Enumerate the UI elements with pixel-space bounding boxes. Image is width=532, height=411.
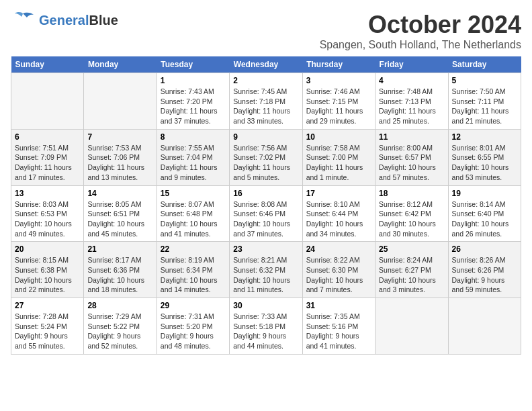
- day-number: 27: [15, 301, 80, 310]
- day-info: Sunrise: 7:45 AM Sunset: 7:18 PM Dayligh…: [233, 87, 298, 126]
- calendar-cell: 17Sunrise: 8:10 AM Sunset: 6:44 PM Dayli…: [302, 185, 375, 242]
- calendar-cell: 18Sunrise: 8:12 AM Sunset: 6:42 PM Dayli…: [375, 185, 448, 242]
- calendar-cell: 5Sunrise: 7:50 AM Sunset: 7:11 PM Daylig…: [448, 73, 521, 130]
- day-number: 30: [233, 301, 298, 310]
- day-info: Sunrise: 8:12 AM Sunset: 6:42 PM Dayligh…: [379, 199, 444, 239]
- day-info: Sunrise: 8:24 AM Sunset: 6:27 PM Dayligh…: [379, 255, 444, 295]
- calendar-cell: 27Sunrise: 7:28 AM Sunset: 5:24 PM Dayli…: [11, 298, 84, 355]
- day-info: Sunrise: 7:56 AM Sunset: 7:02 PM Dayligh…: [233, 143, 298, 183]
- day-info: Sunrise: 8:08 AM Sunset: 6:46 PM Dayligh…: [233, 199, 298, 239]
- day-info: Sunrise: 7:48 AM Sunset: 7:13 PM Dayligh…: [379, 87, 444, 126]
- day-info: Sunrise: 8:07 AM Sunset: 6:48 PM Dayligh…: [161, 199, 226, 239]
- day-number: 15: [161, 189, 226, 198]
- calendar-cell: 29Sunrise: 7:31 AM Sunset: 5:20 PM Dayli…: [157, 298, 229, 355]
- calendar-cell: 31Sunrise: 7:35 AM Sunset: 5:16 PM Dayli…: [302, 298, 375, 355]
- day-number: 13: [15, 189, 80, 198]
- day-number: 23: [233, 244, 298, 254]
- month-title: October 2024: [320, 11, 521, 39]
- day-info: Sunrise: 8:10 AM Sunset: 6:44 PM Dayligh…: [306, 199, 371, 239]
- weekday-header-monday: Monday: [84, 56, 157, 73]
- calendar-cell: 9Sunrise: 7:56 AM Sunset: 7:02 PM Daylig…: [230, 129, 302, 185]
- location-title: Spangen, South Holland, The Netherlands: [320, 39, 521, 51]
- calendar-header-row: SundayMondayTuesdayWednesdayThursdayFrid…: [11, 56, 521, 73]
- calendar-cell: [11, 73, 84, 130]
- calendar-cell: 12Sunrise: 8:01 AM Sunset: 6:55 PM Dayli…: [448, 129, 521, 185]
- calendar-cell: 30Sunrise: 7:33 AM Sunset: 5:18 PM Dayli…: [230, 298, 302, 355]
- day-info: Sunrise: 8:01 AM Sunset: 6:55 PM Dayligh…: [452, 143, 517, 183]
- calendar-cell: 13Sunrise: 8:03 AM Sunset: 6:53 PM Dayli…: [11, 185, 84, 242]
- day-number: 4: [379, 76, 444, 85]
- calendar-cell: 6Sunrise: 7:51 AM Sunset: 7:09 PM Daylig…: [11, 129, 84, 185]
- day-number: 16: [233, 189, 298, 198]
- calendar-cell: 10Sunrise: 7:58 AM Sunset: 7:00 PM Dayli…: [302, 129, 375, 185]
- day-number: 11: [379, 132, 444, 142]
- day-number: 25: [379, 244, 444, 254]
- day-info: Sunrise: 8:17 AM Sunset: 6:36 PM Dayligh…: [87, 255, 152, 295]
- weekday-header-thursday: Thursday: [302, 56, 375, 73]
- weekday-header-wednesday: Wednesday: [230, 56, 302, 73]
- day-number: 2: [233, 76, 298, 85]
- day-number: 12: [452, 132, 517, 142]
- day-number: 14: [87, 189, 152, 198]
- day-number: 28: [87, 301, 152, 310]
- calendar-cell: [448, 298, 521, 355]
- day-info: Sunrise: 8:21 AM Sunset: 6:32 PM Dayligh…: [233, 255, 298, 295]
- day-number: 22: [161, 244, 226, 254]
- calendar-cell: 23Sunrise: 8:21 AM Sunset: 6:32 PM Dayli…: [230, 242, 302, 298]
- calendar-cell: 22Sunrise: 8:19 AM Sunset: 6:34 PM Dayli…: [157, 242, 229, 298]
- day-info: Sunrise: 8:26 AM Sunset: 6:26 PM Dayligh…: [452, 255, 517, 295]
- calendar-cell: 16Sunrise: 8:08 AM Sunset: 6:46 PM Dayli…: [230, 185, 302, 242]
- weekday-header-sunday: Sunday: [11, 56, 84, 73]
- day-number: 18: [379, 189, 444, 198]
- day-info: Sunrise: 8:00 AM Sunset: 6:57 PM Dayligh…: [379, 143, 444, 183]
- day-info: Sunrise: 7:28 AM Sunset: 5:24 PM Dayligh…: [15, 312, 80, 351]
- day-number: 31: [306, 301, 371, 310]
- calendar-week-2: 6Sunrise: 7:51 AM Sunset: 7:09 PM Daylig…: [11, 129, 521, 185]
- calendar-cell: [84, 73, 157, 130]
- day-number: 8: [161, 132, 226, 142]
- day-number: 21: [87, 244, 152, 254]
- weekday-header-friday: Friday: [375, 56, 448, 73]
- day-info: Sunrise: 7:31 AM Sunset: 5:20 PM Dayligh…: [161, 312, 226, 351]
- day-info: Sunrise: 8:15 AM Sunset: 6:38 PM Dayligh…: [15, 255, 80, 295]
- day-number: 24: [306, 244, 371, 254]
- day-info: Sunrise: 7:46 AM Sunset: 7:15 PM Dayligh…: [306, 87, 371, 126]
- day-info: Sunrise: 8:05 AM Sunset: 6:51 PM Dayligh…: [87, 199, 152, 239]
- day-info: Sunrise: 8:14 AM Sunset: 6:40 PM Dayligh…: [452, 199, 517, 239]
- calendar-cell: 14Sunrise: 8:05 AM Sunset: 6:51 PM Dayli…: [84, 185, 157, 242]
- calendar-cell: 1Sunrise: 7:43 AM Sunset: 7:20 PM Daylig…: [157, 73, 229, 130]
- day-info: Sunrise: 7:50 AM Sunset: 7:11 PM Dayligh…: [452, 87, 517, 126]
- day-number: 3: [306, 76, 371, 85]
- calendar-cell: 15Sunrise: 8:07 AM Sunset: 6:48 PM Dayli…: [157, 185, 229, 242]
- calendar-cell: 7Sunrise: 7:53 AM Sunset: 7:06 PM Daylig…: [84, 129, 157, 185]
- calendar-table: SundayMondayTuesdayWednesdayThursdayFrid…: [11, 56, 521, 355]
- calendar-cell: 19Sunrise: 8:14 AM Sunset: 6:40 PM Dayli…: [448, 185, 521, 242]
- day-number: 9: [233, 132, 298, 142]
- day-number: 5: [452, 76, 517, 85]
- calendar-cell: [375, 298, 448, 355]
- calendar-cell: 11Sunrise: 8:00 AM Sunset: 6:57 PM Dayli…: [375, 129, 448, 185]
- calendar-week-4: 20Sunrise: 8:15 AM Sunset: 6:38 PM Dayli…: [11, 242, 521, 298]
- calendar-cell: 8Sunrise: 7:55 AM Sunset: 7:04 PM Daylig…: [157, 129, 229, 185]
- day-info: Sunrise: 7:53 AM Sunset: 7:06 PM Dayligh…: [87, 143, 152, 183]
- calendar-cell: 25Sunrise: 8:24 AM Sunset: 6:27 PM Dayli…: [375, 242, 448, 298]
- day-number: 29: [161, 301, 226, 310]
- calendar-week-5: 27Sunrise: 7:28 AM Sunset: 5:24 PM Dayli…: [11, 298, 521, 355]
- weekday-header-tuesday: Tuesday: [157, 56, 229, 73]
- page-header: GeneralBlue October 2024 Spangen, South …: [11, 11, 521, 51]
- day-info: Sunrise: 7:51 AM Sunset: 7:09 PM Dayligh…: [15, 143, 80, 183]
- day-number: 17: [306, 189, 371, 198]
- calendar-week-3: 13Sunrise: 8:03 AM Sunset: 6:53 PM Dayli…: [11, 185, 521, 242]
- day-number: 6: [15, 132, 80, 142]
- day-info: Sunrise: 7:29 AM Sunset: 5:22 PM Dayligh…: [87, 312, 152, 351]
- calendar-cell: 20Sunrise: 8:15 AM Sunset: 6:38 PM Dayli…: [11, 242, 84, 298]
- day-number: 7: [87, 132, 152, 142]
- day-info: Sunrise: 8:19 AM Sunset: 6:34 PM Dayligh…: [161, 255, 226, 295]
- calendar-cell: 26Sunrise: 8:26 AM Sunset: 6:26 PM Dayli…: [448, 242, 521, 298]
- day-info: Sunrise: 7:43 AM Sunset: 7:20 PM Dayligh…: [161, 87, 226, 126]
- day-number: 26: [452, 244, 517, 254]
- day-number: 19: [452, 189, 517, 198]
- day-info: Sunrise: 8:22 AM Sunset: 6:30 PM Dayligh…: [306, 255, 371, 295]
- calendar-cell: 24Sunrise: 8:22 AM Sunset: 6:30 PM Dayli…: [302, 242, 375, 298]
- day-number: 1: [161, 76, 226, 85]
